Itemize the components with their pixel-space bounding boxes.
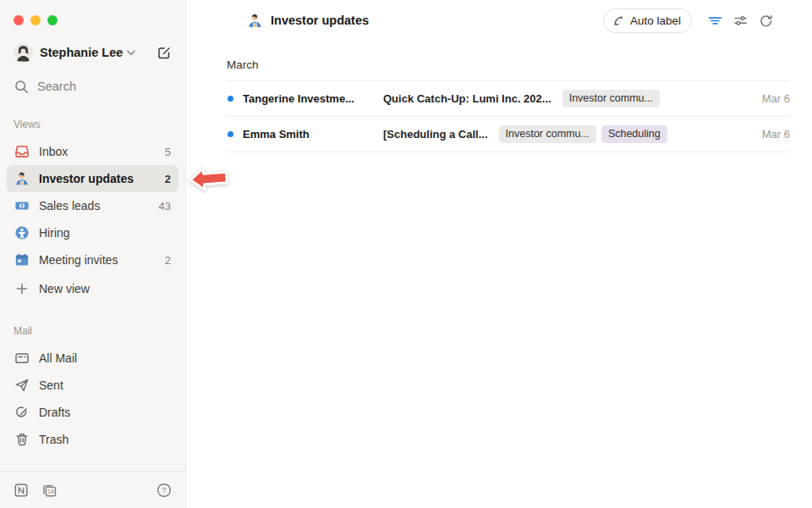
email-subject: [Scheduling a Call... <box>383 128 488 141</box>
sidebar-item-inbox[interactable]: Inbox 5 <box>7 138 178 165</box>
auto-label-button[interactable]: Auto label <box>603 8 692 33</box>
notion-app-icon[interactable] <box>14 483 29 498</box>
email-row[interactable]: Tangerine Investme... Quick Catch-Up: Lu… <box>226 81 790 117</box>
unread-count: 2 <box>165 173 171 185</box>
page-title: Investor updates <box>271 14 369 27</box>
label-tag[interactable]: Scheduling <box>601 125 667 143</box>
sidebar-item-hiring[interactable]: Hiring <box>7 219 178 246</box>
minimize-window-button[interactable] <box>30 15 41 25</box>
auto-label-sparkle-icon <box>612 14 625 27</box>
email-sender: Emma Smith <box>243 128 371 141</box>
sidebar-item-sent[interactable]: Sent <box>7 372 178 399</box>
unread-count: 43 <box>159 200 171 213</box>
email-subject: Quick Catch-Up: Lumi Inc. 202... <box>383 92 551 105</box>
views-section-label: Views <box>14 119 172 132</box>
mail-section-label: Mail <box>14 325 172 339</box>
sent-icon <box>14 378 30 393</box>
sidebar-item-new-view[interactable]: New view <box>7 275 178 302</box>
sidebar-item-drafts[interactable]: Drafts <box>7 399 178 426</box>
sidebar-item-sales-leads[interactable]: Sales leads 43 <box>7 192 178 219</box>
sidebar-item-label: Investor updates <box>39 172 134 185</box>
search-button[interactable]: Search <box>14 78 172 95</box>
search-icon <box>14 80 29 94</box>
filter-icon[interactable] <box>708 14 722 28</box>
window-controls <box>0 0 185 25</box>
sidebar-footer: 14 ? <box>0 471 185 508</box>
profile-switcher[interactable]: Stephanie Lee <box>14 41 172 64</box>
sidebar-item-all-mail[interactable]: All Mail <box>7 345 178 372</box>
views-list: Inbox 5 Investor updates 2 Sales leads 4… <box>0 138 185 302</box>
search-label: Search <box>37 80 76 93</box>
sidebar-item-label: Sales leads <box>39 199 100 213</box>
banknote-icon <box>14 198 30 213</box>
sidebar: Stephanie Lee Search Views Inbox 5 <box>0 0 186 508</box>
email-tags: Investor commu... Scheduling <box>499 125 667 143</box>
refresh-icon[interactable] <box>759 14 773 28</box>
account-name: Stephanie Lee <box>40 46 123 59</box>
chevron-down-icon <box>127 50 135 56</box>
email-date: Mar 6 <box>752 92 790 105</box>
sidebar-item-label: Sent <box>39 378 63 392</box>
unread-indicator <box>228 96 233 102</box>
sidebar-item-meeting-invites[interactable]: Meeting invites 2 <box>7 246 178 273</box>
mail-list-nav: All Mail Sent Drafts Trash <box>0 345 185 453</box>
inbox-icon <box>14 144 30 159</box>
calendar-icon <box>14 252 30 268</box>
email-sender: Tangerine Investme... <box>243 92 371 105</box>
email-date: Mar 6 <box>752 128 790 141</box>
svg-text:14: 14 <box>47 489 54 494</box>
investor-person-icon <box>247 13 263 29</box>
sidebar-item-label: Inbox <box>39 145 68 158</box>
email-tags: Investor commu... <box>562 90 660 108</box>
close-window-button[interactable] <box>14 15 24 25</box>
sidebar-item-label: Meeting invites <box>39 253 118 267</box>
main-panel: Investor updates Auto label <box>186 0 812 508</box>
sidebar-item-label: Drafts <box>39 406 70 419</box>
investor-person-icon <box>14 171 30 186</box>
sidebar-item-label: Trash <box>39 433 69 446</box>
auto-label-button-label: Auto label <box>630 14 681 27</box>
main-header: Investor updates Auto label <box>186 0 812 41</box>
zoom-window-button[interactable] <box>47 15 58 25</box>
sidebar-item-label: Hiring <box>39 226 70 240</box>
sidebar-item-label: All Mail <box>39 351 77 365</box>
person-circle-icon <box>14 225 30 240</box>
plus-icon <box>14 281 30 296</box>
unread-count: 2 <box>165 254 171 267</box>
help-icon[interactable]: ? <box>156 483 172 498</box>
unread-indicator <box>228 131 233 137</box>
display-settings-icon[interactable] <box>733 14 748 28</box>
drafts-icon <box>14 405 30 420</box>
sidebar-item-trash[interactable]: Trash <box>7 426 178 453</box>
email-row[interactable]: Emma Smith [Scheduling a Call... Investo… <box>226 117 790 152</box>
all-mail-icon <box>14 351 30 366</box>
notion-calendar-app-icon[interactable]: 14 <box>41 483 58 498</box>
date-group-label: March <box>226 51 790 81</box>
trash-icon <box>14 432 30 447</box>
svg-text:?: ? <box>162 485 166 494</box>
sidebar-item-investor-updates[interactable]: Investor updates 2 <box>7 165 178 192</box>
unread-count: 5 <box>165 146 171 158</box>
avatar <box>14 43 33 63</box>
label-tag[interactable]: Investor commu... <box>499 125 596 143</box>
email-list: March Tangerine Investme... Quick Catch-… <box>226 51 790 152</box>
label-tag[interactable]: Investor commu... <box>562 90 660 108</box>
compose-icon[interactable] <box>156 45 172 60</box>
sidebar-item-label: New view <box>39 282 90 295</box>
